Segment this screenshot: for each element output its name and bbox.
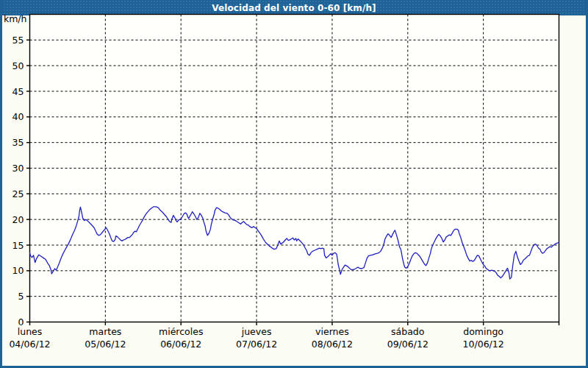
x-date-label: 08/06/12 <box>312 339 353 350</box>
y-tick-label: 15 <box>12 240 24 251</box>
wind-speed-line-chart: 0510152025303540455055km/hlunes04/06/12m… <box>0 0 588 353</box>
x-weekday-label: jueves <box>241 326 272 337</box>
y-tick-label: 30 <box>12 163 24 174</box>
x-weekday-label: domingo <box>463 326 503 337</box>
x-weekday-label: martes <box>89 326 121 337</box>
x-weekday-label: lunes <box>18 326 43 337</box>
y-axis-unit-label: km/h <box>4 13 27 24</box>
x-date-label: 07/06/12 <box>236 339 277 350</box>
wind-speed-chart-window: Velocidad del viento 0-60 [km/h] 0510152… <box>0 0 588 368</box>
y-tick-label: 20 <box>12 214 24 225</box>
y-tick-label: 55 <box>12 35 24 46</box>
y-tick-label: 50 <box>12 60 24 71</box>
x-weekday-label: miércoles <box>159 326 203 337</box>
x-weekday-label: sábado <box>391 326 424 337</box>
y-tick-label: 25 <box>12 188 24 199</box>
y-tick-label: 5 <box>18 291 24 302</box>
x-date-label: 04/06/12 <box>9 339 50 350</box>
x-weekday-label: viernes <box>315 326 349 337</box>
y-tick-label: 45 <box>12 86 24 97</box>
y-tick-label: 40 <box>12 111 24 122</box>
y-tick-label: 35 <box>12 137 24 148</box>
x-date-label: 06/06/12 <box>160 339 201 350</box>
x-date-label: 10/06/12 <box>463 339 504 350</box>
x-date-label: 09/06/12 <box>387 339 429 350</box>
x-date-label: 05/06/12 <box>85 339 126 350</box>
y-tick-label: 10 <box>12 265 24 276</box>
